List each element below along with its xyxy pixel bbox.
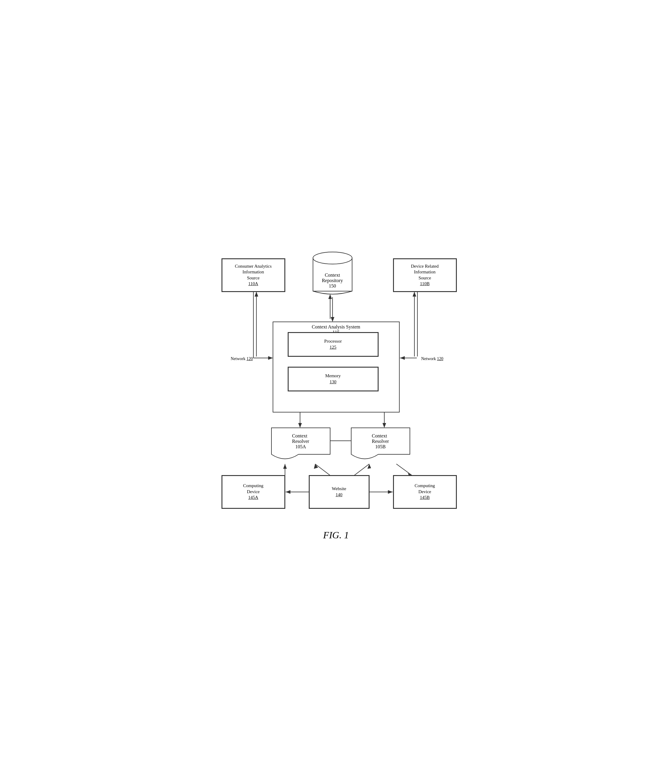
processor-label: Processor: [324, 338, 341, 344]
network-left-label: Network 120: [231, 356, 253, 361]
svg-marker-35: [286, 490, 290, 494]
svg-marker-25: [382, 423, 386, 428]
svg-line-32: [315, 464, 330, 475]
svg-marker-4: [331, 317, 334, 322]
context-resolver-b-num: 105B: [375, 444, 386, 450]
network-right-text: Network 120: [421, 356, 444, 361]
context-resolver-b-label: ContextResolver: [372, 433, 389, 444]
computing-device-b-box: ComputingDevice 145B: [393, 475, 456, 509]
memory-box: Memory 130: [288, 367, 378, 391]
context-resolver-a-label-wrap: ContextResolver 105A: [272, 428, 330, 455]
consumer-analytics-box: Consumer Analytics Information Source 11…: [222, 259, 285, 292]
computing-device-b-label: ComputingDevice: [415, 483, 435, 495]
svg-marker-23: [298, 423, 302, 428]
memory-label: Memory: [325, 373, 341, 379]
context-repository-label: Context Repository: [322, 272, 343, 283]
svg-line-38: [396, 464, 412, 475]
computing-device-b-num: 145B: [420, 495, 430, 501]
website-num: 140: [335, 492, 343, 498]
website-box: Website 140: [309, 475, 369, 509]
svg-marker-16: [255, 292, 258, 297]
consumer-analytics-num: 110A: [248, 281, 258, 287]
device-related-box: Device Related Information Source 110B: [393, 259, 456, 292]
processor-box: Processor 125: [288, 332, 378, 356]
svg-marker-21: [413, 292, 416, 297]
network-left-text: Network 120: [231, 356, 253, 361]
svg-marker-19: [400, 356, 405, 360]
memory-num: 130: [329, 379, 337, 385]
figure-caption: FIG. 1: [213, 530, 459, 541]
computing-device-a-label: ComputingDevice: [243, 483, 264, 495]
device-related-label: Device Related Information Source: [411, 263, 438, 281]
context-resolver-b-label-wrap: ContextResolver 105B: [351, 428, 410, 455]
website-label: Website: [332, 486, 346, 492]
computing-device-a-box: ComputingDevice 145A: [222, 475, 285, 509]
consumer-analytics-label: Consumer Analytics Information Source: [235, 263, 272, 281]
context-resolver-a-label: ContextResolver: [292, 433, 309, 444]
context-repository-box: Context Repository 150: [313, 258, 352, 297]
context-resolver-a-num: 105A: [295, 444, 306, 450]
network-right-label: Network 120: [421, 356, 444, 361]
diagram-container: Consumer Analytics Information Source 11…: [207, 238, 466, 547]
processor-num: 125: [329, 344, 337, 350]
context-repository-num: 150: [322, 283, 343, 289]
device-related-num: 110B: [420, 281, 430, 287]
svg-line-40: [354, 464, 369, 475]
computing-device-a-num: 145A: [248, 495, 258, 501]
svg-marker-28: [283, 464, 287, 469]
svg-marker-37: [388, 490, 393, 494]
diagram: Consumer Analytics Information Source 11…: [213, 250, 459, 521]
context-analysis-label: Context Analysis System: [312, 324, 360, 329]
